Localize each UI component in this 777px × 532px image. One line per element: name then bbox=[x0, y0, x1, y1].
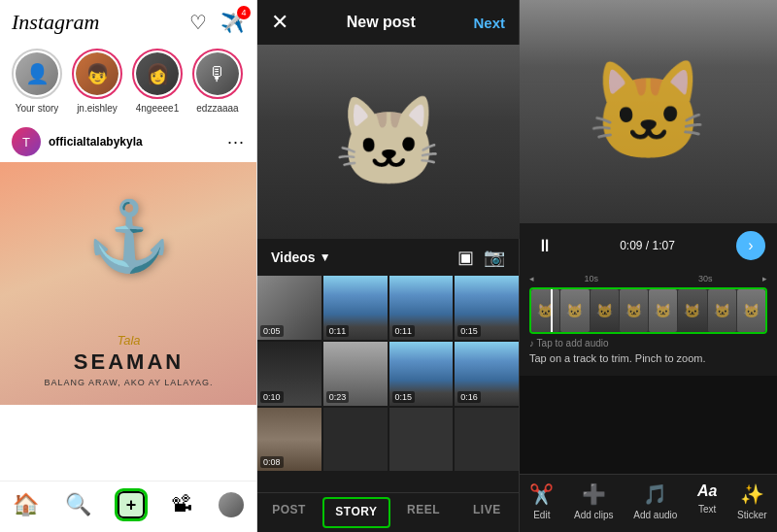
new-post-panel: ✕ New post Next 🐱 Videos ▼ ▣ 📷 0:05 0:11 bbox=[257, 0, 520, 532]
gallery-cell-4[interactable]: 0:15 bbox=[455, 276, 519, 340]
search-nav-button[interactable]: 🔍 bbox=[65, 492, 91, 517]
text-tool[interactable]: Aa Text bbox=[697, 482, 717, 520]
post-type-tabs: POST STORY REEL LIVE bbox=[257, 492, 519, 532]
time-separator: / bbox=[646, 239, 653, 252]
gallery-cell-12[interactable] bbox=[455, 408, 519, 472]
add-audio-icon: 🎵 bbox=[643, 482, 667, 506]
gallery-cell-10[interactable] bbox=[323, 408, 388, 472]
post-username[interactable]: officialtalabykyla bbox=[49, 135, 143, 149]
cat-preview-image: 🐱 bbox=[257, 45, 520, 239]
frame-7 bbox=[708, 289, 736, 332]
gallery-cell-3[interactable]: 0:11 bbox=[389, 276, 454, 340]
notification-badge: 4 bbox=[237, 6, 251, 19]
more-options-button[interactable]: ··· bbox=[227, 132, 245, 152]
marker-right: ▸ bbox=[762, 274, 767, 283]
next-arrow-button[interactable]: › bbox=[736, 231, 765, 260]
gallery-scroll: 0:05 0:11 0:11 0:15 0:10 0:23 bbox=[257, 276, 519, 492]
post-image: ⚓ Tala SEAMAN BALANG ARAW, AKO AY LALAYA… bbox=[0, 162, 257, 405]
trim-hint-text: Tap on a track to trim. Pinch to zoom. bbox=[529, 352, 706, 364]
gallery-title-text: Videos bbox=[271, 249, 316, 265]
avatar-placeholder: 👤 bbox=[16, 52, 58, 95]
avatar-inner-2: 👩 bbox=[136, 52, 179, 95]
heart-icon[interactable]: ♡ bbox=[189, 11, 207, 34]
timestamp-2: 0:11 bbox=[326, 325, 350, 337]
media-preview: 🐱 bbox=[257, 45, 520, 239]
avatar-2: 👩 bbox=[136, 52, 179, 95]
current-time: 0:09 bbox=[620, 239, 642, 252]
header-icons: ♡ ✈️ 4 bbox=[189, 11, 245, 34]
edit-tool[interactable]: ✂️ Edit bbox=[529, 482, 554, 520]
edit-icon: ✂️ bbox=[529, 482, 554, 506]
timestamp-3: 0:11 bbox=[392, 325, 416, 337]
gallery-cell-1[interactable]: 0:05 bbox=[257, 276, 321, 340]
pause-button[interactable]: ⏸ bbox=[531, 232, 558, 259]
post-subtitle: BALANG ARAW, AKO AY LALAYAG. bbox=[0, 378, 257, 387]
gallery-cell-2[interactable]: 0:11 bbox=[323, 276, 388, 340]
tab-post[interactable]: POST bbox=[257, 493, 321, 532]
time-display: 0:09 / 1:07 bbox=[620, 239, 675, 252]
gallery-cell-8[interactable]: 0:16 bbox=[455, 342, 519, 406]
timeline-bar: ◂ 10s 30s ▸ ♪ Tap to add audio Tap on a bbox=[520, 268, 777, 376]
gallery-cell-7[interactable]: 0:15 bbox=[389, 342, 454, 406]
timestamp-9: 0:08 bbox=[260, 456, 284, 468]
marker-10s: 10s bbox=[584, 274, 598, 283]
post-script-text: Tala bbox=[0, 333, 257, 348]
add-post-button[interactable]: + bbox=[118, 491, 145, 518]
ig-header: Instagram ♡ ✈️ 4 bbox=[0, 0, 256, 41]
total-time: 1:07 bbox=[653, 239, 675, 252]
next-button[interactable]: Next bbox=[473, 15, 505, 31]
story-item-yours[interactable]: 👤 Your story bbox=[12, 49, 62, 114]
avatar-3: 🎙 bbox=[196, 52, 239, 95]
story-avatar-2: 👩 bbox=[132, 49, 183, 99]
marker-30s: 30s bbox=[698, 274, 713, 283]
reels-nav-button[interactable]: 📽 bbox=[171, 492, 192, 517]
tab-live-label: LIVE bbox=[473, 503, 501, 516]
story-label-yours: Your story bbox=[16, 103, 59, 114]
cat-video-frame: 🐱 bbox=[520, 0, 777, 223]
marker-left: ◂ bbox=[529, 274, 534, 283]
timestamp-4: 0:15 bbox=[457, 325, 481, 337]
story-item-3[interactable]: 🎙 edzzaaaa bbox=[192, 49, 243, 114]
profile-nav-button[interactable] bbox=[219, 492, 244, 517]
audio-hint[interactable]: ♪ Tap to add audio bbox=[529, 334, 767, 350]
add-audio-tool[interactable]: 🎵 Add audio bbox=[633, 482, 677, 520]
story-item-2[interactable]: 👩 4ngeeee1 bbox=[132, 49, 183, 114]
camera-button[interactable]: 📷 bbox=[484, 247, 505, 268]
frame-3 bbox=[591, 289, 619, 332]
timeline-strip[interactable] bbox=[529, 287, 767, 334]
story-label-2: 4ngeeee1 bbox=[136, 103, 180, 114]
timeline-markers: ◂ 10s 30s ▸ bbox=[529, 274, 767, 283]
avatar-1: 👦 bbox=[76, 52, 118, 95]
post-header: T officialtalabykyla ··· bbox=[0, 121, 256, 162]
add-clips-icon: ➕ bbox=[582, 482, 606, 506]
edit-label: Edit bbox=[533, 510, 550, 520]
gallery-cell-11[interactable] bbox=[389, 408, 454, 472]
tab-story[interactable]: STORY bbox=[322, 497, 389, 528]
grid-view-button[interactable]: ▣ bbox=[457, 247, 474, 268]
post-user: T officialtalabykyla bbox=[12, 127, 143, 156]
messages-button[interactable]: ✈️ 4 bbox=[220, 11, 245, 34]
tab-post-label: POST bbox=[272, 503, 306, 516]
story-item-1[interactable]: 👦 jn.eishley bbox=[72, 49, 122, 114]
gallery-cell-5[interactable]: 0:10 bbox=[257, 342, 321, 406]
cat-video-icon: 🐱 bbox=[588, 54, 709, 169]
arrow-right-icon: › bbox=[748, 237, 753, 254]
home-nav-button[interactable]: 🏠 bbox=[13, 492, 39, 517]
trim-hint: Tap on a track to trim. Pinch to zoom. bbox=[529, 350, 767, 370]
stories-row: 👤 Your story 👦 jn.eishley 👩 4ngeeee1 bbox=[0, 41, 256, 121]
new-post-title: New post bbox=[347, 14, 416, 31]
sticker-tool[interactable]: ✨ Sticker bbox=[737, 482, 767, 520]
video-editor-panel: 🐱 ⏸ 0:09 / 1:07 › ◂ 10s 30s ▸ bbox=[520, 0, 777, 532]
instagram-feed-panel: Instagram ♡ ✈️ 4 👤 Your story 👦 bbox=[0, 0, 257, 532]
close-button[interactable]: ✕ bbox=[271, 10, 288, 35]
avatar-inner: 👤 bbox=[16, 52, 58, 95]
gallery-title[interactable]: Videos ▼ bbox=[271, 249, 331, 265]
tab-live[interactable]: LIVE bbox=[456, 493, 519, 532]
your-story-avatar: 👤 bbox=[12, 49, 62, 99]
story-avatar-3: 🎙 bbox=[192, 49, 243, 99]
add-clips-label: Add clips bbox=[574, 510, 614, 520]
tab-reel[interactable]: REEL bbox=[392, 493, 456, 532]
gallery-cell-9[interactable]: 0:08 bbox=[257, 408, 321, 472]
add-clips-tool[interactable]: ➕ Add clips bbox=[574, 482, 614, 520]
gallery-cell-6[interactable]: 0:23 bbox=[323, 342, 388, 406]
